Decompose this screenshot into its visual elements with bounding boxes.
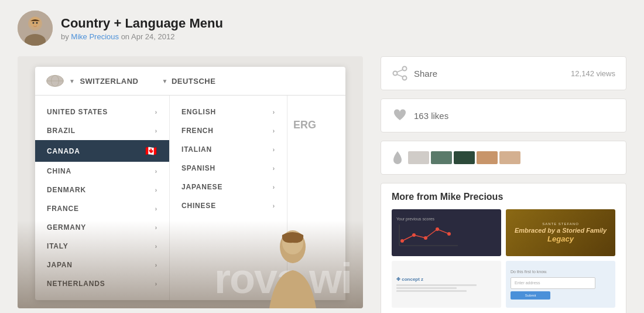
menu-topbar: ▼ SWITZERLAND ▼ DEUTSCHE [35,67,345,96]
country-item-denmark[interactable]: DENMARK › [35,181,169,199]
country-name: CANADA [47,147,80,155]
avatar [18,11,53,46]
language-selector[interactable]: ▼ DEUTSCHE [162,77,216,86]
arrow-down-icon: ▼ [69,78,75,84]
share-label[interactable]: Share [414,69,437,79]
chevron-right-icon: › [155,168,157,175]
colors-row [392,149,615,166]
background-overlay: rova wi [18,220,363,308]
main-content: ▼ SWITZERLAND ▼ DEUTSCHE UNITED STATES › [18,56,626,313]
chevron-right-icon: › [155,206,157,212]
country-item-brazil[interactable]: BRAZIL › [35,121,169,140]
lang-name: FRENCH [181,127,214,135]
author-link[interactable]: Mike Precious [71,32,119,41]
more-from-title: More from Mike Precious [392,192,615,202]
country-item-china[interactable]: CHINA › [35,162,169,181]
share-left: Share [392,65,437,81]
chevron-right-icon: › [273,165,275,172]
more-from-section: More from Mike Precious Your previous sc… [381,183,626,313]
chevron-right-icon: › [273,203,275,209]
share-section: Share 12,142 views [381,56,626,90]
heart-icon [392,107,408,124]
likes-row: 163 likes [392,107,615,124]
canada-flag: 🇨🇦 [145,145,157,156]
thumbnail-2[interactable]: SANTE STEFANO Embraced by a Storied Fami… [506,209,615,256]
svg-point-4 [33,22,35,24]
page-title: Country + Language Menu [61,16,223,31]
preview-area: ▼ SWITZERLAND ▼ DEUTSCHE UNITED STATES › [18,56,363,308]
country-selector[interactable]: ▼ SWITZERLAND [46,74,139,88]
share-icon [392,65,408,81]
lang-name: CHINESE [181,202,216,210]
country-name: DENMARK [47,186,86,194]
svg-point-11 [403,67,407,71]
lang-item-chinese[interactable]: CHINESE › [170,196,287,215]
views-count: 12,142 views [571,69,615,78]
svg-point-5 [36,22,38,24]
swatch-5 [499,151,520,164]
lang-item-japanese[interactable]: JAPANESE › [170,178,287,196]
country-name: BRAZIL [47,127,76,135]
lang-item-french[interactable]: FRENCH › [170,121,287,140]
person-silhouette [258,226,328,308]
chevron-right-icon: › [273,128,275,134]
lang-item-spanish[interactable]: SPANISH › [170,159,287,178]
lang-item-english[interactable]: ENGLISH › [170,103,287,121]
lang-name: JAPANESE [181,183,222,191]
thumbnail-1[interactable]: Your previous scores [392,209,501,256]
likes-count: 163 likes [414,111,448,121]
swatch-4 [477,151,498,164]
country-item-us[interactable]: UNITED STATES › [35,103,169,121]
colors-section [381,141,626,175]
chevron-right-icon: › [155,128,157,134]
chevron-right-icon: › [273,109,275,115]
svg-point-12 [393,72,398,76]
likes-section: 163 likes [381,98,626,132]
lang-name: ITALIAN [181,145,212,154]
svg-point-13 [403,76,407,80]
chart-svg [396,223,461,247]
thumbnails-grid: Your previous scores [392,209,615,308]
header-text: Country + Language Menu by Mike Precious… [61,16,223,41]
country-item-france[interactable]: FRANCE › [35,199,169,218]
swatch-1 [408,151,429,164]
thumbnail-3[interactable]: ✤ concept z [392,261,501,308]
lang-name: ENGLISH [181,108,216,116]
lang-arrow-icon: ▼ [162,78,168,84]
page-header: Country + Language Menu by Mike Precious… [18,11,626,46]
swatch-3 [454,151,475,164]
chevron-right-icon: › [273,184,275,190]
thumbnail-4[interactable]: Do this first to know. Enter address Sub… [506,261,615,308]
lang-item-italian[interactable]: ITALIAN › [170,140,287,159]
share-row: Share 12,142 views [392,65,615,81]
current-country-label: SWITZERLAND [80,77,138,86]
byline: by Mike Precious on Apr 24, 2012 [61,32,223,41]
svg-line-15 [397,74,403,77]
world-icon [46,74,64,88]
svg-point-3 [30,17,40,28]
sidebar: Share 12,142 views 163 likes [381,56,626,313]
country-name: FRANCE [47,205,79,213]
chevron-right-icon: › [155,109,157,115]
country-name: UNITED STATES [47,108,108,116]
country-item-canada[interactable]: CANADA 🇨🇦 [35,140,169,162]
color-swatches [408,151,520,164]
current-language-label: DEUTSCHE [172,77,216,86]
lang-name: SPANISH [181,164,215,172]
chevron-right-icon: › [273,147,275,153]
country-name: CHINA [47,167,71,175]
drop-icon [392,149,403,166]
swatch-2 [431,151,452,164]
chevron-right-icon: › [155,187,157,193]
svg-line-14 [397,70,403,72]
